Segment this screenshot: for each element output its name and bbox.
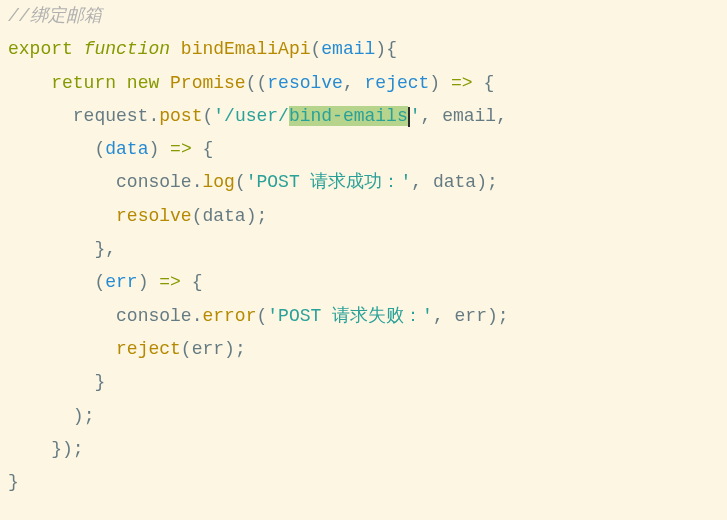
code-line: //绑定邮箱 [4, 6, 102, 26]
str-url: '/user/ [213, 106, 289, 126]
fn-name: bindEmaliApi [181, 39, 311, 59]
cls-promise: Promise [170, 73, 246, 93]
fn-error: error [202, 306, 256, 326]
str-err: 'POST 请求失败：' [267, 306, 433, 326]
code-line: }); [4, 439, 84, 459]
code-line: } [4, 472, 19, 492]
str-url-highlight: bind-emails [289, 106, 408, 126]
code-block: //绑定邮箱 export function bindEmaliApi(emai… [0, 0, 727, 499]
fn-post: post [159, 106, 202, 126]
code-line: export function bindEmaliApi(email){ [4, 39, 397, 59]
str-log: 'POST 请求成功：' [246, 172, 412, 192]
var-request: request [73, 106, 149, 126]
code-line: reject(err); [4, 339, 246, 359]
code-line: (data) => { [4, 139, 213, 159]
param-resolve: resolve [267, 73, 343, 93]
code-line: return new Promise((resolve, reject) => … [4, 73, 494, 93]
param-err: err [105, 272, 137, 292]
var-console: console [116, 172, 192, 192]
comment: //绑定邮箱 [8, 6, 102, 26]
code-line: console.log('POST 请求成功：', data); [4, 172, 498, 192]
arrow: => [451, 73, 473, 93]
fn-reject: reject [116, 339, 181, 359]
fn-log: log [202, 172, 234, 192]
kw-function: function [84, 39, 170, 59]
code-line: console.error('POST 请求失败：', err); [4, 306, 509, 326]
code-line: }, [4, 239, 116, 259]
kw-export: export [8, 39, 73, 59]
kw-return: return [51, 73, 116, 93]
param-reject: reject [365, 73, 430, 93]
code-line: request.post('/user/bind-emails', email, [4, 106, 507, 126]
code-line: ); [4, 406, 94, 426]
code-line: resolve(data); [4, 206, 267, 226]
fn-resolve: resolve [116, 206, 192, 226]
kw-new: new [127, 73, 159, 93]
var-email: email [442, 106, 496, 126]
param-email: email [321, 39, 375, 59]
code-line: } [4, 372, 105, 392]
param-data: data [105, 139, 148, 159]
code-line: (err) => { [4, 272, 203, 292]
